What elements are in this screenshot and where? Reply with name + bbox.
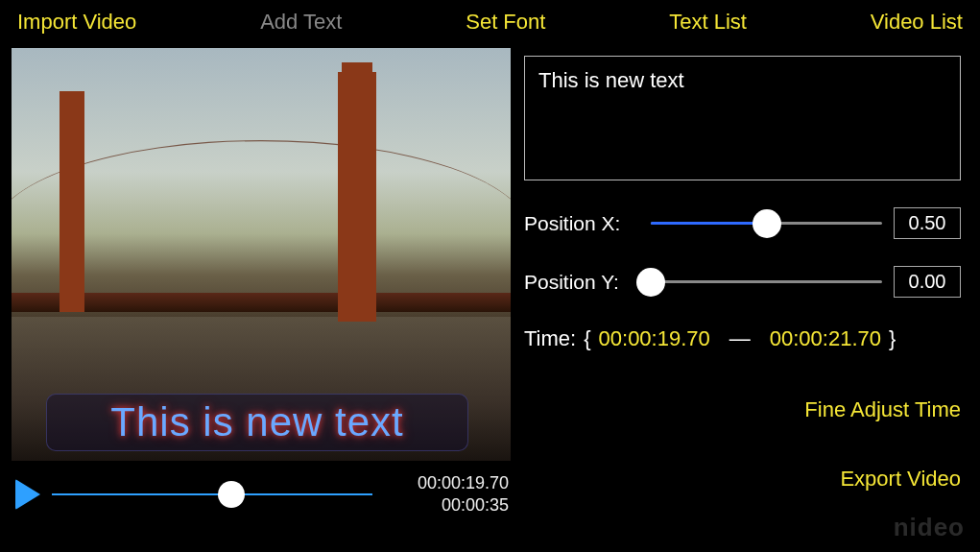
timeline-slider[interactable] (52, 480, 372, 509)
video-preview-pane: This is new text 00:00:19.70 00:00:35 (8, 48, 516, 552)
position-x-label: Position X: (524, 212, 639, 235)
overlay-text: This is new text (110, 399, 403, 445)
position-y-thumb[interactable] (636, 268, 665, 297)
position-y-label: Position Y: (524, 271, 639, 294)
menu-add-text[interactable]: Add Text (260, 10, 342, 35)
time-label: Time: (524, 326, 576, 351)
overlay-text-box[interactable]: This is new text (46, 394, 468, 451)
time-range-row: Time: { 00:00:19.70 — 00:00:21.70 } (524, 326, 961, 351)
position-x-thumb[interactable] (753, 209, 781, 238)
menu-import-video[interactable]: Import Video (17, 10, 136, 35)
time-dash: — (729, 326, 751, 351)
preview-bridge-deck (12, 293, 511, 312)
preview-bridge-tower-left (60, 91, 84, 312)
time-readout: 00:00:19.70 00:00:35 (384, 472, 509, 516)
text-input[interactable] (524, 56, 961, 180)
position-y-value[interactable] (894, 266, 961, 298)
top-menu-bar: Import Video Add Text Set Font Text List… (0, 0, 980, 48)
preview-bridge-cable (12, 140, 511, 244)
position-x-row: Position X: (524, 207, 961, 239)
editor-pane: Position X: Position Y: Time: (516, 48, 972, 552)
position-x-value[interactable] (894, 207, 961, 239)
brace-close: } (889, 326, 896, 351)
position-x-fill (651, 222, 767, 225)
total-time: 00:00:35 (384, 494, 509, 516)
position-y-row: Position Y: (524, 266, 961, 298)
play-button[interactable] (15, 479, 40, 510)
timeline-thumb[interactable] (218, 481, 245, 508)
brace-open: { (584, 326, 590, 351)
menu-video-list[interactable]: Video List (871, 10, 963, 35)
video-preview[interactable]: This is new text (12, 48, 511, 461)
preview-bridge-tower-right (338, 72, 376, 322)
time-start[interactable]: 00:00:19.70 (599, 326, 710, 351)
playback-bar: 00:00:19.70 00:00:35 (8, 461, 516, 519)
current-time: 00:00:19.70 (384, 472, 509, 494)
menu-set-font[interactable]: Set Font (466, 10, 545, 35)
position-x-slider[interactable] (651, 209, 882, 238)
menu-text-list[interactable]: Text List (669, 10, 747, 35)
position-y-slider[interactable] (651, 268, 882, 297)
export-video-button[interactable]: Export Video (524, 467, 961, 492)
fine-adjust-time-button[interactable]: Fine Adjust Time (524, 397, 961, 422)
time-end[interactable]: 00:00:21.70 (770, 326, 881, 351)
